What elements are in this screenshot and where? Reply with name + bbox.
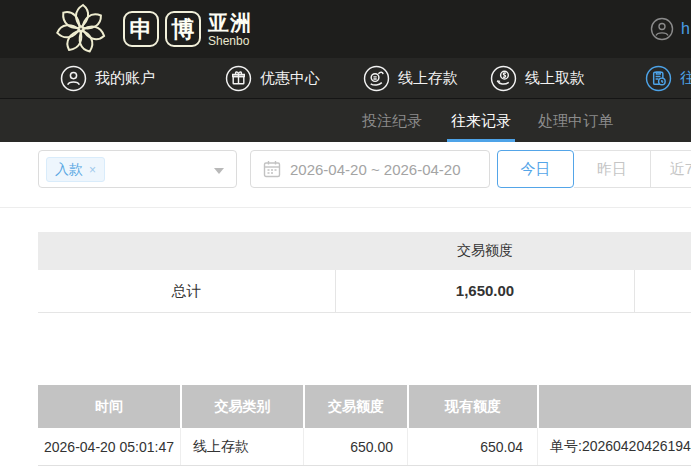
last-7-days-button[interactable]: 近7日 xyxy=(651,150,691,188)
cell-balance: 650.04 xyxy=(407,428,537,465)
nav-label: 线上取款 xyxy=(525,69,585,88)
summary-header-amount: 交易额度 xyxy=(335,242,635,260)
nav-label: 我的账户 xyxy=(95,69,155,88)
user-icon xyxy=(60,65,87,92)
cell-memo: 单号:202604204261944 xyxy=(537,428,691,465)
col-header-type: 交易类别 xyxy=(180,385,303,428)
tab-betting-records[interactable]: 投注纪录 xyxy=(362,99,422,143)
selected-type-tag: 入款 × xyxy=(46,157,105,182)
nav-item-online-withdrawal[interactable]: 线上取款 xyxy=(490,58,585,98)
coin-hand-icon xyxy=(363,65,390,92)
top-header: 申 博 亚洲 Shenbo h xyxy=(0,0,691,58)
nav-label: 往来记录 xyxy=(680,69,691,88)
tag-label: 入款 xyxy=(55,161,83,179)
flower-logo-icon xyxy=(55,3,107,55)
transaction-type-select[interactable]: 入款 × xyxy=(38,150,237,188)
col-header-amount: 交易额度 xyxy=(303,385,407,428)
quick-date-buttons: 今日 昨日 近7日 xyxy=(497,150,691,188)
tab-label: 往来记录 xyxy=(451,112,511,131)
tab-label: 处理中订单 xyxy=(538,112,613,131)
records-header-row: 时间 交易类别 交易额度 现有额度 摘要 xyxy=(38,385,691,428)
col-header-time: 时间 xyxy=(38,385,180,428)
logo-subtitle: Shenbo xyxy=(208,35,252,47)
logo-char-shen: 申 xyxy=(123,11,159,47)
cell-type: 线上存款 xyxy=(180,428,303,465)
money-hand-icon xyxy=(490,65,517,92)
tab-transaction-records[interactable]: 往来记录 xyxy=(451,99,511,143)
summary-header-row: 交易额度 xyxy=(38,232,691,270)
chevron-down-icon xyxy=(214,168,224,174)
summary-total-row: 总计 1,650.00 xyxy=(38,270,691,313)
records-clock-icon xyxy=(645,65,672,92)
cell-amount: 650.00 xyxy=(303,428,407,465)
logo-char-bo: 博 xyxy=(165,11,201,47)
brand-logo[interactable]: 申 博 亚洲 Shenbo xyxy=(55,3,252,55)
main-nav: 我的账户 优惠中心 线上存款 xyxy=(0,58,691,98)
logo-region-text: 亚洲 xyxy=(208,12,252,33)
nav-item-promotions[interactable]: 优惠中心 xyxy=(225,58,320,98)
tab-processing-orders[interactable]: 处理中订单 xyxy=(538,99,613,143)
nav-item-transaction-records[interactable]: 往来记录 xyxy=(645,58,691,98)
filter-bar: 入款 × 2026-04-20 ~ 2026-04-20 今日 昨日 近7日 xyxy=(0,142,691,208)
username-text: h xyxy=(681,20,690,38)
total-label: 总计 xyxy=(38,282,335,301)
records-table: 时间 交易类别 交易额度 现有额度 摘要 2026-04-20 05:01:47… xyxy=(38,385,691,466)
user-account[interactable]: h xyxy=(650,17,690,41)
today-button[interactable]: 今日 xyxy=(497,150,574,188)
date-range-input[interactable]: 2026-04-20 ~ 2026-04-20 xyxy=(250,150,490,188)
nav-label: 优惠中心 xyxy=(260,69,320,88)
gift-icon xyxy=(225,65,252,92)
record-tabs: 投注纪录 往来记录 处理中订单 xyxy=(0,98,691,142)
yesterday-button[interactable]: 昨日 xyxy=(574,150,651,188)
col-header-balance: 现有额度 xyxy=(407,385,537,428)
summary-table: 交易额度 总计 1,650.00 xyxy=(38,232,691,313)
date-range-value: 2026-04-20 ~ 2026-04-20 xyxy=(290,161,461,178)
total-amount: 1,650.00 xyxy=(335,270,635,312)
nav-item-online-deposit[interactable]: 线上存款 xyxy=(363,58,458,98)
page: 申 博 亚洲 Shenbo h 我的账户 xyxy=(0,0,691,467)
calendar-icon xyxy=(263,160,281,178)
tag-close-icon[interactable]: × xyxy=(89,163,96,177)
nav-label: 线上存款 xyxy=(398,69,458,88)
avatar-icon xyxy=(650,17,674,41)
table-row: 2026-04-20 05:01:47 线上存款 650.00 650.04 单… xyxy=(38,428,691,466)
tab-label: 投注纪录 xyxy=(362,112,422,131)
col-header-memo: 摘要 xyxy=(537,385,691,428)
nav-item-my-account[interactable]: 我的账户 xyxy=(60,58,155,98)
cell-time: 2026-04-20 05:01:47 xyxy=(38,428,180,465)
